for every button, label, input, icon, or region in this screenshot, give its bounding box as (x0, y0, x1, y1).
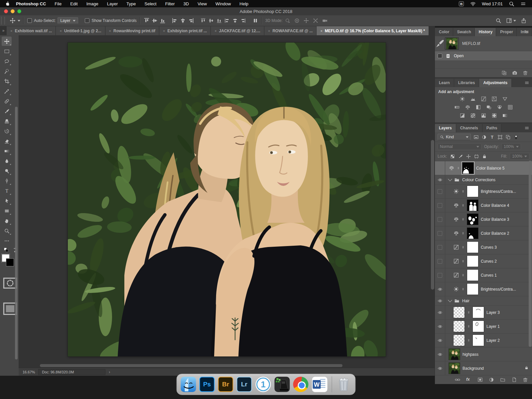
color-balance-adjustment-icon[interactable] (465, 104, 471, 110)
lock-pixels-icon[interactable] (458, 154, 463, 159)
layer-mask-thumbnail[interactable] (472, 321, 484, 332)
chevron-down-icon[interactable] (513, 20, 516, 22)
layer-mask-thumbnail[interactable] (467, 186, 478, 197)
menubar-item-type[interactable]: Type (126, 1, 136, 6)
minimize-window-button[interactable] (11, 9, 15, 13)
layer-mask-thumbnail[interactable] (467, 255, 478, 267)
filter-adjustment-layers-icon[interactable] (481, 135, 487, 140)
layer-filter-kind-dropdown[interactable]: Kind (438, 134, 471, 140)
document-tab-1[interactable]: ×Untitled-1.jpg @ 2... (56, 26, 105, 35)
layer-row-color-balance-5[interactable]: Color Balance 5 (435, 161, 532, 175)
zoom-window-button[interactable] (17, 9, 21, 13)
history-snapshot-thumbnail[interactable] (445, 38, 459, 50)
layer-row-curves-3[interactable]: Curves 3 (435, 240, 532, 254)
close-tab-icon[interactable]: × (320, 29, 322, 33)
layer-row-layer-3[interactable]: Layer 3 (435, 306, 532, 320)
camera3d-button[interactable] (322, 18, 328, 24)
hand-tool[interactable] (2, 216, 12, 225)
blend-mode-dropdown[interactable]: Normal (438, 143, 481, 150)
workspace-switcher-icon[interactable] (506, 18, 512, 24)
menubar-item-file[interactable]: File (55, 1, 62, 6)
visibility-toggle[interactable] (435, 306, 445, 319)
history-source-checkbox[interactable] (438, 54, 442, 58)
layer-row-brightness-contra-[interactable]: Brightness/Contra... (435, 185, 532, 199)
dock-icon-finder[interactable] (181, 377, 196, 392)
history-brush-tool[interactable] (2, 126, 12, 136)
dist-vcenter-button[interactable] (208, 18, 214, 24)
invert-adjustment-icon[interactable] (459, 113, 466, 118)
search-icon[interactable] (495, 18, 501, 24)
align-hcenter-button[interactable] (180, 18, 186, 24)
type-tool[interactable]: T (2, 186, 12, 196)
photo-filter-adjustment-icon[interactable] (486, 104, 492, 110)
visibility-toggle[interactable] (435, 268, 445, 282)
close-tab-icon[interactable]: × (10, 29, 12, 33)
share-icon[interactable] (521, 18, 527, 24)
show-transform-checkbox[interactable] (85, 18, 89, 23)
quick-selection-tool[interactable] (2, 66, 12, 76)
panel-menu-icon[interactable] (524, 81, 529, 85)
dist-bottom-button[interactable] (216, 18, 222, 24)
filter-toggle-pill[interactable] (513, 135, 519, 140)
visibility-toggle[interactable] (435, 161, 445, 175)
history-brush-source-icon[interactable] (435, 39, 445, 49)
panel-menu-icon[interactable] (524, 126, 529, 130)
options-bar-grip[interactable] (1, 17, 5, 24)
tab-adjustments[interactable]: Adjustments (479, 79, 512, 87)
filter-pixel-layers-icon[interactable] (473, 135, 479, 140)
layers-scrollbar[interactable] (529, 161, 532, 347)
close-tab-icon[interactable]: × (214, 29, 216, 33)
menubar-item-edit[interactable]: Edit (70, 1, 77, 6)
apple-logo-icon[interactable] (5, 1, 10, 6)
close-tab-icon[interactable]: × (109, 29, 111, 33)
history-snapshot-row[interactable]: MEFLO.tif (435, 36, 532, 51)
menubar-clock[interactable]: Wed 17:01 (482, 1, 503, 6)
document-tab-4[interactable]: ×JACKFACE.tif @ 12.... (211, 26, 264, 35)
tool-preset-caret-icon[interactable] (18, 20, 20, 22)
menubar-item-3d[interactable]: 3D (184, 1, 189, 6)
document-canvas-photo[interactable] (68, 43, 386, 356)
layer-thumbnail[interactable] (453, 321, 465, 332)
layer-mask-thumbnail[interactable] (472, 307, 484, 318)
rectangular-marquee-tool[interactable] (2, 47, 12, 56)
dock-icon-word[interactable]: W (312, 376, 328, 392)
layer-row-background[interactable]: Background (435, 361, 532, 375)
dock-icon-lightroom[interactable]: Lr (237, 377, 252, 392)
align-vcenter-button[interactable] (152, 18, 158, 24)
move-tool[interactable] (2, 37, 12, 46)
menubar-item-image[interactable]: Image (86, 1, 98, 6)
exposure-adjustment-icon[interactable] (491, 96, 497, 102)
delete-state-trash-icon[interactable] (523, 70, 528, 75)
rectangle-tool[interactable] (2, 206, 12, 215)
zoom-level-field[interactable]: 16.67% (23, 370, 35, 374)
tab-swatch[interactable]: Swatch (453, 28, 475, 36)
doc-size-indicator[interactable]: Doc: 96.8M/320.0M (38, 369, 105, 375)
layer-row-color-balance-4[interactable]: Color Balance 4 (435, 199, 532, 212)
lock-transparency-icon[interactable] (450, 154, 455, 159)
visibility-toggle[interactable] (435, 226, 445, 240)
eyedropper-tool[interactable] (2, 86, 12, 96)
layer-thumbnail[interactable] (449, 362, 460, 374)
hue-saturation-adjustment-icon[interactable] (454, 104, 460, 110)
document-tab-0[interactable]: ×Exhibition wall.tif ... (7, 26, 56, 35)
layer-mask-thumbnail[interactable] (467, 227, 478, 239)
menubar-item-filter[interactable]: Filter (165, 1, 175, 6)
filter-type-layers-icon[interactable]: T (489, 135, 495, 140)
layer-mask-thumbnail[interactable] (472, 334, 484, 346)
layer-mask-thumbnail[interactable] (467, 213, 478, 225)
blur-tool[interactable] (2, 156, 12, 166)
status-options-chevron[interactable]: › (109, 370, 110, 374)
wifi-icon[interactable] (470, 1, 476, 7)
dock-icon-scanner[interactable] (275, 377, 290, 392)
tab-proper[interactable]: Proper (496, 28, 517, 36)
dodge-tool[interactable] (2, 166, 12, 176)
tab-learn[interactable]: Learn (435, 79, 454, 87)
menubar-item-layer[interactable]: Layer (107, 1, 118, 6)
posterize-adjustment-icon[interactable] (470, 113, 476, 118)
chevron-down-icon[interactable] (448, 177, 452, 181)
panel-collapse-chevrons[interactable]: » (0, 28, 7, 35)
document-tab-2[interactable]: ×RowanMoving print.tif (105, 26, 159, 35)
orbit3d-button[interactable] (285, 18, 291, 24)
visibility-toggle[interactable] (435, 212, 445, 226)
slide3d-button[interactable] (313, 18, 319, 24)
